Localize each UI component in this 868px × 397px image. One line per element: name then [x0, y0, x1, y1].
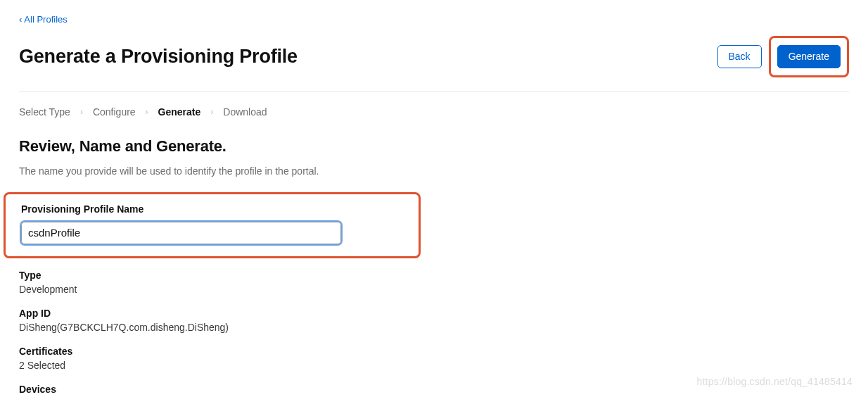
chevron-left-icon: ‹	[19, 14, 22, 25]
breadcrumb: Select Type › Configure › Generate › Dow…	[19, 106, 849, 118]
type-value: Development	[19, 284, 849, 295]
profile-name-input[interactable]	[21, 222, 341, 244]
section-title: Review, Name and Generate.	[19, 137, 849, 156]
page-title: Generate a Provisioning Profile	[19, 46, 298, 68]
generate-button[interactable]: Generate	[777, 45, 841, 68]
info-appid: App ID DiSheng(G7BCKCLH7Q.com.disheng.Di…	[19, 308, 849, 333]
info-type: Type Development	[19, 270, 849, 295]
profile-name-highlight: Provisioning Profile Name	[4, 192, 421, 258]
watermark: https://blog.csdn.net/qq_41485414	[697, 376, 853, 387]
all-profiles-label: All Profiles	[24, 14, 67, 25]
section-description: The name you provide will be used to ide…	[19, 165, 849, 177]
type-label: Type	[19, 270, 849, 281]
breadcrumb-step-configure[interactable]: Configure	[93, 106, 136, 118]
chevron-right-icon: ›	[146, 107, 148, 117]
header-buttons: Back Generate	[717, 36, 850, 77]
info-certificates: Certificates 2 Selected	[19, 346, 849, 371]
breadcrumb-step-generate[interactable]: Generate	[158, 106, 201, 118]
chevron-right-icon: ›	[210, 107, 213, 117]
chevron-right-icon: ›	[80, 107, 83, 117]
appid-label: App ID	[19, 308, 849, 319]
profile-name-label: Provisioning Profile Name	[21, 203, 403, 215]
page-header: Generate a Provisioning Profile Back Gen…	[19, 36, 849, 92]
all-profiles-link[interactable]: ‹ All Profiles	[19, 14, 68, 25]
certificates-label: Certificates	[19, 346, 849, 357]
breadcrumb-step-select-type[interactable]: Select Type	[19, 106, 70, 118]
back-button[interactable]: Back	[717, 45, 762, 68]
appid-value: DiSheng(G7BCKCLH7Q.com.disheng.DiSheng)	[19, 322, 849, 333]
generate-highlight: Generate	[769, 36, 849, 77]
breadcrumb-step-download[interactable]: Download	[223, 106, 267, 118]
certificates-value: 2 Selected	[19, 360, 849, 371]
